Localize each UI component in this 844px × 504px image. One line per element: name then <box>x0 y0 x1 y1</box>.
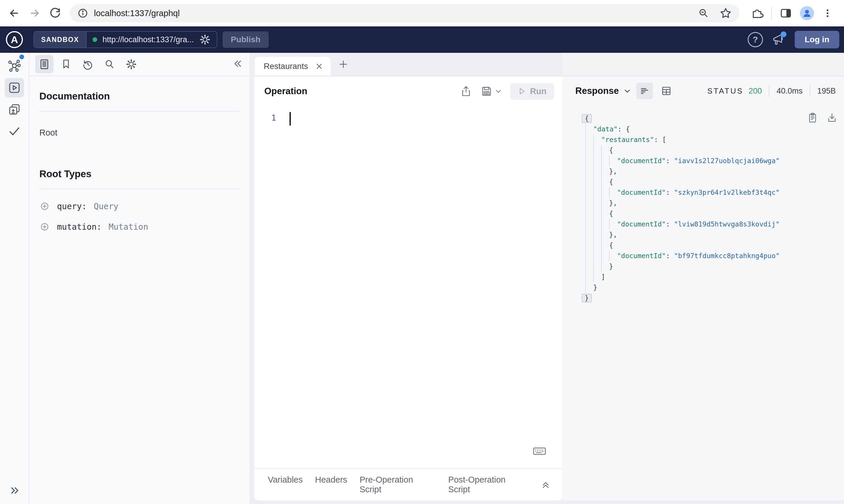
indent-guide <box>585 124 593 134</box>
type-field-name: query: <box>57 201 87 211</box>
history-icon <box>82 58 94 70</box>
json-key: "documentId" <box>617 157 666 165</box>
double-chevron-up-icon <box>541 480 551 490</box>
tab-restaurants[interactable]: Restaurants <box>255 57 331 76</box>
play-icon <box>518 87 526 95</box>
response-top-strip <box>562 53 844 76</box>
share-operation-button[interactable] <box>460 85 472 97</box>
sidebar-item-explorer[interactable] <box>5 78 24 97</box>
login-button[interactable]: Log in <box>795 31 839 49</box>
tab-saved-operations[interactable] <box>57 55 75 73</box>
collapse-panel-button[interactable] <box>232 58 244 71</box>
tab-history[interactable] <box>79 55 97 73</box>
connection-status-dot <box>92 37 97 42</box>
expand-sidebar-button[interactable] <box>8 485 20 498</box>
json-punctuation: : <box>666 220 674 228</box>
run-label: Run <box>530 87 547 96</box>
json-line: }, <box>585 166 844 177</box>
footer-tab-post-operation-script[interactable]: Post-Operation Script <box>448 475 528 494</box>
url-text[interactable]: localhost:1337/graphql <box>94 8 180 18</box>
root-type-row[interactable]: query: Query <box>39 201 240 212</box>
response-menu-chevron-icon[interactable] <box>623 87 631 95</box>
keyboard-shortcuts-button[interactable] <box>532 444 547 460</box>
table-icon <box>661 85 672 96</box>
save-operation-button[interactable] <box>481 85 493 97</box>
bookmark-star-icon[interactable] <box>720 7 732 19</box>
help-button[interactable]: ? <box>748 32 763 47</box>
indent-guide <box>593 272 601 282</box>
expand-type-icon[interactable] <box>39 201 50 212</box>
address-bar[interactable]: localhost:1337/graphql <box>70 4 739 22</box>
indent-guide <box>601 208 609 219</box>
profile-avatar[interactable] <box>800 6 814 20</box>
json-punctuation: : <box>666 157 674 165</box>
json-viewer: {"data": {"restaurants": [{"documentId":… <box>585 113 844 303</box>
footer-tab-variables[interactable]: Variables <box>268 475 303 494</box>
indent-guide <box>593 208 601 219</box>
indent-guide <box>601 145 609 156</box>
status-label: STATUS <box>707 87 744 96</box>
table-view-button[interactable] <box>658 83 674 99</box>
indent-guide <box>593 166 601 177</box>
announcements-button[interactable] <box>771 32 786 47</box>
operation-column: Restaurants Operation <box>254 53 562 504</box>
endpoint-url-text[interactable]: http://localhost:1337/gra... <box>103 35 194 44</box>
text-lines-icon <box>639 85 650 96</box>
root-type-row[interactable]: mutation: Mutation <box>39 221 240 232</box>
indent-guide <box>593 177 601 187</box>
type-name-link[interactable]: Mutation <box>109 222 148 232</box>
zoom-indicator-icon[interactable] <box>698 7 709 19</box>
reload-icon[interactable] <box>48 6 62 20</box>
root-types-title: Root Types <box>39 168 240 180</box>
json-key: "documentId" <box>617 188 666 196</box>
tab-explorer-settings[interactable] <box>122 55 140 73</box>
collapse-toggle[interactable]: { <box>582 114 592 123</box>
indent-guide <box>601 156 609 166</box>
menu-kebab-icon[interactable] <box>822 7 833 19</box>
connection-settings-gear-icon[interactable] <box>199 34 211 46</box>
raw-view-button[interactable] <box>636 83 653 99</box>
collapse-footer-button[interactable] <box>541 480 551 490</box>
response-actions <box>807 112 838 123</box>
root-link[interactable]: Root <box>39 128 240 138</box>
run-button[interactable]: Run <box>510 83 554 100</box>
apollo-logo[interactable]: A <box>6 31 23 48</box>
forward-icon[interactable] <box>28 6 42 20</box>
type-name-link[interactable]: Query <box>94 201 118 211</box>
indent-guide <box>593 198 601 208</box>
endpoint-input[interactable]: http://localhost:1337/gra... <box>87 32 217 48</box>
json-line: } <box>585 261 844 272</box>
indent-guide <box>601 166 609 177</box>
indent-guide <box>585 282 593 293</box>
back-icon[interactable] <box>7 6 21 20</box>
site-info-icon[interactable] <box>77 8 88 18</box>
download-response-button[interactable] <box>826 112 838 123</box>
side-panel-icon[interactable] <box>779 7 792 20</box>
json-line: { <box>585 208 844 219</box>
operation-editor[interactable]: 1 <box>254 106 562 468</box>
sidebar-item-schema[interactable] <box>5 56 24 76</box>
explorer-icon <box>7 81 21 95</box>
json-line: { <box>585 240 844 251</box>
sidebar-item-collections[interactable] <box>5 100 24 119</box>
indent-guide <box>601 261 609 272</box>
root-types-list: query: Query mutation: Mutation <box>39 201 240 232</box>
response-duration: 40.0ms <box>776 87 803 96</box>
indent-guide <box>585 156 593 166</box>
tab-search[interactable] <box>100 55 119 73</box>
new-tab-button[interactable] <box>338 59 348 69</box>
sidebar-item-checks[interactable] <box>5 122 24 141</box>
editor-line-number: 1 <box>263 113 276 122</box>
collapse-toggle[interactable]: } <box>582 294 592 303</box>
close-tab-icon[interactable] <box>315 62 324 71</box>
expand-type-icon[interactable] <box>39 221 50 232</box>
copy-response-button[interactable] <box>807 112 818 123</box>
footer-tab-pre-operation-script[interactable]: Pre-Operation Script <box>359 475 436 494</box>
save-menu-chevron-icon[interactable] <box>495 88 502 95</box>
indent-guide <box>601 240 609 251</box>
publish-button[interactable]: Publish <box>223 31 269 48</box>
footer-tab-headers[interactable]: Headers <box>315 475 347 494</box>
extensions-icon[interactable] <box>751 7 763 20</box>
tab-documentation[interactable] <box>35 55 53 73</box>
json-key: "data" <box>593 125 618 133</box>
